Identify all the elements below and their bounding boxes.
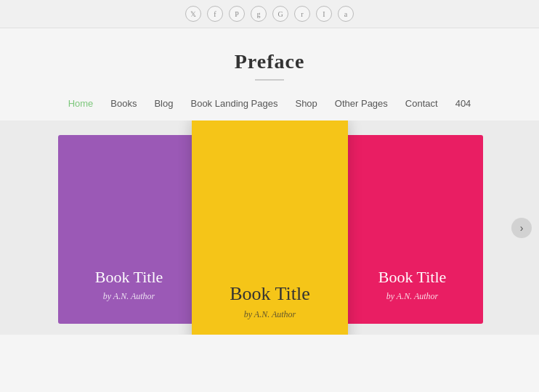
amazon-icon[interactable]: a <box>338 6 354 22</box>
social-bar: 𝕏 f P g G r I a <box>0 0 539 28</box>
book-left-title: Book Title <box>95 268 163 287</box>
github-icon[interactable]: G <box>272 6 288 22</box>
nav-item-contact[interactable]: Contact <box>405 98 438 109</box>
book-card-left[interactable]: Book Title by A.N. Author <box>58 135 200 324</box>
book-center-author: by A.N. Author <box>244 309 296 320</box>
header: Preface <box>0 28 539 88</box>
nav-item-books[interactable]: Books <box>110 98 137 109</box>
book-card-right[interactable]: Book Title by A.N. Author <box>341 135 483 324</box>
site-title: Preface <box>0 50 539 73</box>
reddit-icon[interactable]: r <box>294 6 310 22</box>
facebook-icon[interactable]: f <box>207 6 223 22</box>
twitter-icon[interactable]: 𝕏 <box>185 6 201 22</box>
main-nav: Home Books Blog Book Landing Pages Shop … <box>0 88 539 121</box>
book-left-author: by A.N. Author <box>103 291 155 302</box>
nav-item-book-landing[interactable]: Book Landing Pages <box>190 98 277 109</box>
nav-item-shop[interactable]: Shop <box>295 98 317 109</box>
book-right-title: Book Title <box>378 268 447 287</box>
nav-item-home[interactable]: Home <box>68 98 94 109</box>
instagram-icon[interactable]: I <box>316 6 332 22</box>
header-divider <box>255 79 284 81</box>
book-card-center[interactable]: Book Title by A.N. Author <box>192 121 348 335</box>
book-carousel: Book Title by A.N. Author Book Title by … <box>0 121 539 335</box>
books-container: Book Title by A.N. Author Book Title by … <box>0 121 539 335</box>
nav-item-404[interactable]: 404 <box>455 98 471 109</box>
goodreads-icon[interactable]: g <box>251 6 267 22</box>
nav-item-blog[interactable]: Blog <box>154 98 173 109</box>
pinterest-icon[interactable]: P <box>229 6 245 22</box>
book-right-author: by A.N. Author <box>386 291 439 302</box>
nav-item-other-pages[interactable]: Other Pages <box>335 98 388 109</box>
book-center-title: Book Title <box>230 283 310 305</box>
carousel-next-button[interactable]: › <box>511 218 532 238</box>
